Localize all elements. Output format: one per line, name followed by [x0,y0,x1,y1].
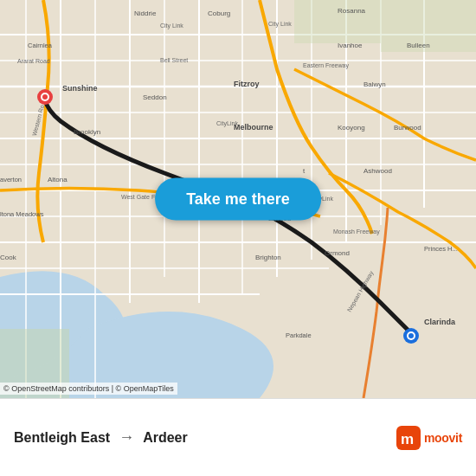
map-container: Niddrie Coburg Rosanna Cairnlea Ivanhoe … [0,0,476,398]
svg-point-66 [42,94,48,100]
svg-text:Eastern Freeway: Eastern Freeway [303,62,349,69]
svg-text:Bell Street: Bell Street [160,57,188,63]
svg-text:Clarinda: Clarinda [424,318,456,326]
svg-text:Princes H...: Princes H... [424,245,458,253]
svg-text:ltona Meadows: ltona Meadows [0,210,44,218]
map-attribution: © OpenStreetMap contributors | © OpenMap… [0,383,177,395]
svg-text:Altona: Altona [48,176,68,183]
take-me-there-button[interactable]: Take me there [155,178,321,221]
moovit-brand-text: moovit [424,431,462,445]
svg-text:Seddon: Seddon [143,93,167,101]
bottom-bar: Bentleigh East → Ardeer m moovit [0,398,476,476]
moovit-logo: m moovit [396,426,462,450]
destination-label: Ardeer [143,430,188,446]
app: Niddrie Coburg Rosanna Cairnlea Ivanhoe … [0,0,476,476]
svg-text:Monash Freeway: Monash Freeway [333,228,380,235]
svg-text:Brighton: Brighton [255,254,281,261]
svg-text:Rosanna: Rosanna [338,7,366,15]
svg-text:Brooklyn: Brooklyn [74,128,100,136]
svg-text:Sunshine: Sunshine [62,84,98,93]
origin-label: Bentleigh East [14,430,110,446]
route-info: Bentleigh East → Ardeer [14,428,396,447]
svg-text:Ormond: Ormond [325,249,350,257]
svg-text:Niddrie: Niddrie [134,10,157,17]
route-arrow: → [119,428,134,447]
svg-text:Balwyn: Balwyn [363,80,386,88]
svg-text:Coburg: Coburg [208,10,230,17]
svg-text:Ararat Road: Ararat Road [17,58,50,64]
svg-text:Cairnlea: Cairnlea [28,42,53,49]
svg-text:Parkdale: Parkdale [286,331,312,339]
svg-text:m: m [401,431,414,447]
svg-text:Bulleen: Bulleen [407,42,430,49]
svg-point-69 [408,333,414,338]
svg-text:Kooyong: Kooyong [338,124,365,132]
svg-text:Melbourne: Melbourne [234,123,273,132]
svg-text:Burwood: Burwood [394,124,421,132]
svg-text:Fitzroy: Fitzroy [234,80,260,88]
svg-text:Cook: Cook [0,254,17,261]
svg-text:Ivanhoe: Ivanhoe [338,42,363,49]
svg-text:CityLink: CityLink [216,120,238,127]
moovit-icon: m [396,426,421,450]
svg-text:averton: averton [0,176,22,183]
svg-text:City Link: City Link [268,21,292,28]
svg-text:City Link: City Link [160,23,183,29]
svg-text:Ashwood: Ashwood [363,167,392,175]
